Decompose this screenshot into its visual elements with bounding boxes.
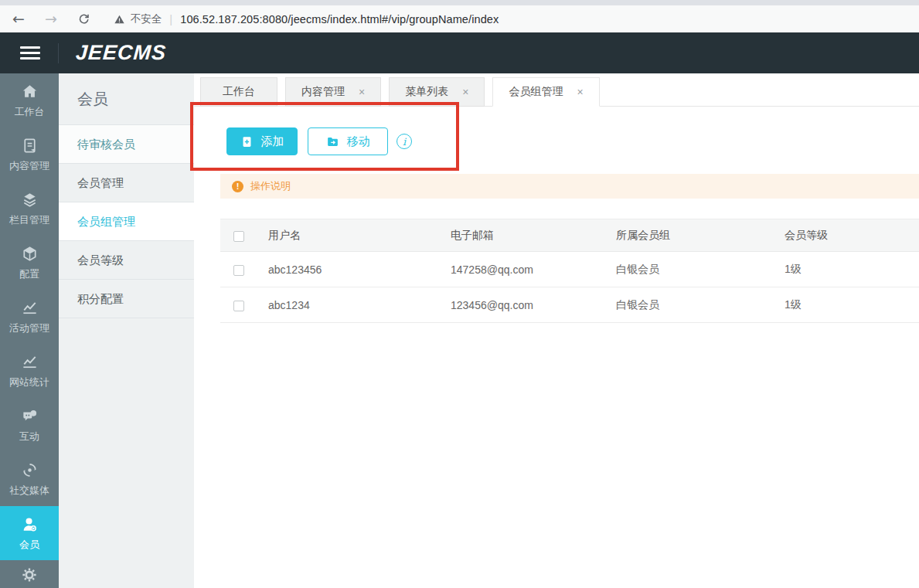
submenu-item-member-groups[interactable]: 会员组管理 <box>59 202 194 241</box>
cell-group: 白银会员 <box>616 287 785 323</box>
document-icon <box>21 137 39 155</box>
tab-menu-list[interactable]: 菜单列表 × <box>389 77 485 107</box>
chat-bubbles-icon <box>21 407 39 425</box>
rail-item-content[interactable]: 内容管理 <box>0 127 59 182</box>
rail-label: 社交媒体 <box>9 484 49 498</box>
browser-toolbar: ← → 不安全 | 106.52.187.205:8080/jeecms/ind… <box>0 5 919 32</box>
table-header-row: 用户名 电子邮箱 所属会员组 会员等级 <box>220 219 919 252</box>
home-icon <box>21 83 39 100</box>
trend-chart-icon <box>21 299 39 317</box>
notice-text[interactable]: 操作说明 <box>250 179 291 193</box>
member-check-icon <box>21 515 39 533</box>
close-icon[interactable]: × <box>462 87 468 97</box>
close-icon[interactable]: × <box>577 87 583 97</box>
rail-item-activity[interactable]: 活动管理 <box>0 290 59 344</box>
url-text[interactable]: 106.52.187.205:8080/jeecms/index.html#/v… <box>180 13 499 25</box>
move-button-label: 移动 <box>347 134 370 149</box>
col-header-level: 会员等级 <box>785 219 919 252</box>
app-logo: JEECMS <box>75 41 167 65</box>
forward-icon[interactable]: → <box>45 12 57 26</box>
rail-item-members[interactable]: 会员 <box>0 506 59 560</box>
rail-item-settings[interactable] <box>0 560 59 588</box>
cell-email: 147258@qq.com <box>451 252 616 287</box>
col-header-group: 所属会员组 <box>616 219 785 252</box>
add-button-label: 添加 <box>261 134 284 149</box>
browser-tab-strip <box>0 0 919 5</box>
cell-username: abc123456 <box>268 252 451 287</box>
add-file-icon <box>240 135 254 148</box>
toolbar: 添加 移动 i <box>194 107 919 155</box>
gear-icon <box>21 566 38 583</box>
row-checkbox[interactable] <box>233 301 244 311</box>
submenu-item-points-config[interactable]: 积分配置 <box>59 280 194 318</box>
submenu-item-member-management[interactable]: 会员管理 <box>59 164 194 202</box>
cell-group: 白银会员 <box>616 252 785 287</box>
rail-label: 栏目管理 <box>9 213 49 227</box>
tab-member-groups[interactable]: 会员组管理 × <box>492 77 599 107</box>
cell-email: 123456@qq.com <box>451 287 616 323</box>
rail-label: 网站统计 <box>9 376 49 389</box>
tab-content-management[interactable]: 内容管理 × <box>285 77 381 107</box>
app-header: JEECMS <box>0 32 919 73</box>
members-table: 用户名 电子邮箱 所属会员组 会员等级 abc123456 147258@qq.… <box>220 219 919 323</box>
layers-icon <box>21 191 39 209</box>
rail-label: 内容管理 <box>9 159 49 173</box>
rail-item-social[interactable]: 社交媒体 <box>0 452 59 506</box>
submenu-item-member-levels[interactable]: 会员等级 <box>59 241 194 280</box>
add-button[interactable]: 添加 <box>226 127 298 155</box>
nav-rail: 工作台 内容管理 栏目管理 配置 <box>0 73 59 588</box>
tab-workbench[interactable]: 工作台 <box>200 77 277 107</box>
not-secure-warning-icon <box>114 14 125 25</box>
cube-icon <box>21 245 39 263</box>
tab-label: 内容管理 <box>301 85 345 99</box>
submenu-title: 会员 <box>59 73 194 125</box>
col-header-username: 用户名 <box>268 219 451 252</box>
back-icon[interactable]: ← <box>12 12 25 26</box>
main-panel: 工作台 内容管理 × 菜单列表 × 会员组管理 × 添加 <box>194 73 919 588</box>
row-checkbox[interactable] <box>233 265 244 276</box>
tab-label: 会员组管理 <box>509 85 563 99</box>
refresh-icon[interactable] <box>77 12 90 25</box>
cell-level: 1级 <box>785 252 919 287</box>
rail-item-workbench[interactable]: 工作台 <box>0 73 59 127</box>
orbit-icon <box>21 461 39 479</box>
table-row[interactable]: abc1234 123456@qq.com 白银会员 1级 <box>220 287 919 323</box>
rail-label: 会员 <box>19 538 39 552</box>
rail-label: 工作台 <box>15 105 45 119</box>
address-bar[interactable]: 不安全 | 106.52.187.205:8080/jeecms/index.h… <box>114 12 499 26</box>
tab-label: 工作台 <box>223 85 255 99</box>
rail-item-statistics[interactable]: 网站统计 <box>0 344 59 398</box>
cell-level: 1级 <box>785 287 919 323</box>
security-label: 不安全 <box>131 12 162 26</box>
table-row[interactable]: abc123456 147258@qq.com 白银会员 1级 <box>220 252 919 287</box>
rail-label: 互动 <box>19 430 39 444</box>
info-icon[interactable]: i <box>397 134 412 149</box>
tab-label: 菜单列表 <box>405 85 448 99</box>
move-button[interactable]: 移动 <box>308 127 388 155</box>
rail-item-config[interactable]: 配置 <box>0 236 59 290</box>
trend-chart-icon <box>21 353 39 371</box>
select-all-checkbox[interactable] <box>233 231 244 242</box>
col-header-email: 电子邮箱 <box>451 219 616 252</box>
omnibox-separator: | <box>169 12 172 25</box>
rail-label: 活动管理 <box>9 321 49 335</box>
rail-item-interaction[interactable]: 互动 <box>0 398 59 452</box>
move-folder-icon <box>326 135 339 148</box>
exclamation-icon: ! <box>232 181 243 192</box>
rail-item-columns[interactable]: 栏目管理 <box>0 182 59 236</box>
browser-chrome: ← → 不安全 | 106.52.187.205:8080/jeecms/ind… <box>0 0 919 32</box>
menu-toggle-icon[interactable] <box>20 43 40 63</box>
workspace: 工作台 内容管理 栏目管理 配置 <box>0 73 919 588</box>
rail-label: 配置 <box>19 267 39 281</box>
close-icon[interactable]: × <box>359 87 365 97</box>
submenu-panel: 会员 待审核会员 会员管理 会员组管理 会员等级 积分配置 <box>59 73 194 588</box>
header-divider <box>58 43 59 63</box>
submenu-item-pending-members[interactable]: 待审核会员 <box>59 125 194 164</box>
cell-username: abc1234 <box>268 287 451 323</box>
notice-bar: ! 操作说明 <box>220 174 919 199</box>
tab-bar: 工作台 内容管理 × 菜单列表 × 会员组管理 × <box>194 73 919 107</box>
